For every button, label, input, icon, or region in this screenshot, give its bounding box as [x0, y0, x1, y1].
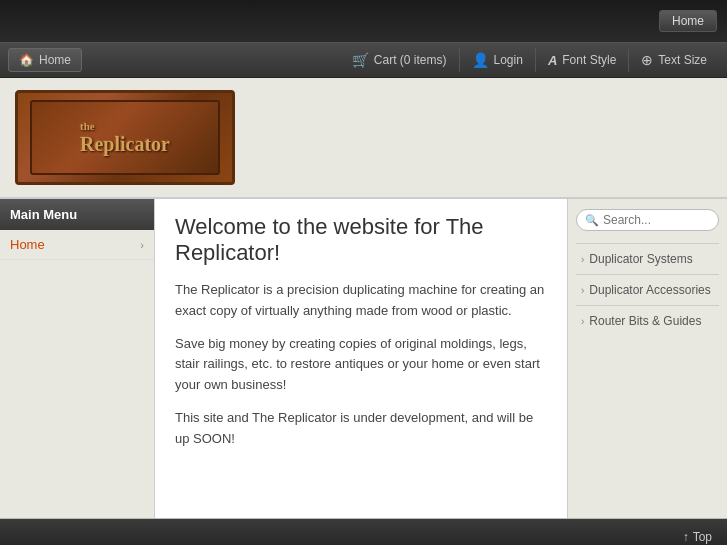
top-icon: ↑ [683, 530, 689, 544]
fontstyle-icon: A [548, 53, 557, 68]
top-bar: Home [0, 0, 727, 42]
chevron-icon-1: › [581, 285, 584, 296]
fontstyle-nav-item[interactable]: A Font Style [536, 49, 629, 72]
topbar-home-button[interactable]: Home [659, 10, 717, 32]
search-icon: 🔍 [585, 214, 599, 227]
welcome-title: Welcome to the website for The Replicato… [175, 214, 547, 266]
login-label: Login [494, 53, 523, 67]
nav-bar: 🏠 Home 🛒 Cart (0 items) 👤 Login A Font S… [0, 42, 727, 78]
right-menu-label-1: Duplicator Accessories [589, 283, 710, 297]
right-menu-item-2[interactable]: › Router Bits & Guides [576, 305, 719, 336]
right-menu-label-2: Router Bits & Guides [589, 314, 701, 328]
chevron-icon-2: › [581, 316, 584, 327]
search-input[interactable] [603, 213, 710, 227]
sidebar-home-label: Home [10, 237, 45, 252]
nav-right: 🛒 Cart (0 items) 👤 Login A Font Style ⊕ … [340, 48, 719, 72]
welcome-para-2: Save big money by creating copies of ori… [175, 334, 547, 396]
nav-home-link[interactable]: 🏠 Home [8, 48, 82, 72]
top-link[interactable]: ↑ Top [683, 530, 712, 544]
fontstyle-label: Font Style [562, 53, 616, 67]
main-content: Main Menu Home › Welcome to the website … [0, 199, 727, 519]
right-menu-item-1[interactable]: › Duplicator Accessories [576, 274, 719, 305]
right-menu-item-0[interactable]: › Duplicator Systems [576, 243, 719, 274]
nav-home-label: Home [39, 53, 71, 67]
sidebar-arrow-icon: › [140, 239, 144, 251]
cart-nav-item[interactable]: 🛒 Cart (0 items) [340, 48, 460, 72]
bottom-bar: ↑ Top [0, 519, 727, 545]
logo-line1: the [80, 120, 170, 132]
right-sidebar: 🔍 › Duplicator Systems › Duplicator Acce… [567, 199, 727, 518]
logo-inner: the Replicator [30, 100, 220, 175]
logo-area: the Replicator [0, 78, 727, 199]
logo-box: the Replicator [15, 90, 235, 185]
sidebar-item-home[interactable]: Home › [0, 230, 154, 260]
textsize-nav-item[interactable]: ⊕ Text Size [629, 48, 719, 72]
cart-icon: 🛒 [352, 52, 369, 68]
logo-text: the Replicator [80, 120, 170, 154]
main-body: Welcome to the website for The Replicato… [155, 199, 567, 518]
login-icon: 👤 [472, 52, 489, 68]
sidebar-title: Main Menu [0, 199, 154, 230]
left-sidebar: Main Menu Home › [0, 199, 155, 518]
right-menu-label-0: Duplicator Systems [589, 252, 692, 266]
cart-label: Cart (0 items) [374, 53, 447, 67]
top-label: Top [693, 530, 712, 544]
textsize-icon: ⊕ [641, 52, 653, 68]
textsize-label: Text Size [658, 53, 707, 67]
login-nav-item[interactable]: 👤 Login [460, 48, 536, 72]
logo-line2: Replicator [80, 133, 170, 155]
welcome-para-3: This site and The Replicator is under de… [175, 408, 547, 450]
chevron-icon-0: › [581, 254, 584, 265]
welcome-para-1: The Replicator is a precision duplicatin… [175, 280, 547, 322]
home-icon: 🏠 [19, 53, 34, 67]
search-box[interactable]: 🔍 [576, 209, 719, 231]
